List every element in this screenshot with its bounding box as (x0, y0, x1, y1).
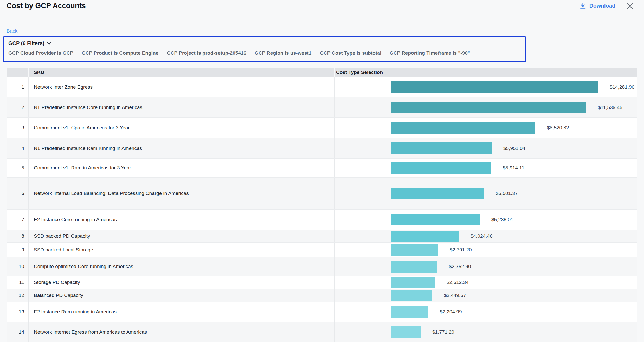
table-header-row: SKU Cost Type Selection (7, 68, 637, 77)
filter-condition[interactable]: GCP Project is prod-setup-205416 (167, 50, 246, 56)
row-number: 3 (7, 118, 29, 138)
bar-cell: $5,501.37 (335, 178, 637, 209)
row-number: 6 (7, 178, 29, 209)
cost-value-label: $8,520.82 (547, 125, 569, 131)
table-row[interactable]: 14Network Internet Egress from Americas … (7, 322, 637, 342)
bar-cell: $2,791.20 (335, 243, 637, 257)
bar-cell: $4,024.46 (335, 230, 637, 242)
filter-condition[interactable]: GCP Cloud Provider is GCP (8, 50, 73, 56)
filter-condition[interactable]: GCP Cost Type is subtotal (320, 50, 381, 56)
cost-table: SKU Cost Type Selection 1Network Inter Z… (7, 68, 637, 342)
cost-value-label: $2,204.99 (440, 309, 462, 315)
table-row[interactable]: 8SSD backed PD Capacity$4,024.46 (7, 230, 637, 243)
filter-panel: GCP (6 Filters) GCP Cloud Provider is GC… (3, 36, 526, 62)
bar-cell: $2,449.57 (335, 289, 637, 302)
table-body: 1Network Inter Zone Egress$14,281.962N1 … (7, 77, 637, 342)
table-row[interactable]: 12Balanced PD Capacity$2,449.57 (7, 289, 637, 302)
row-number: 12 (7, 289, 29, 302)
sku-cell: Storage PD Capacity (29, 276, 335, 289)
table-row[interactable]: 4N1 Predefined Instance Ram running in A… (7, 138, 637, 159)
bar-cell: $1,771.29 (335, 322, 637, 342)
table-row[interactable]: 10Compute optimized Core running in Amer… (7, 257, 637, 276)
row-number: 1 (7, 77, 29, 97)
row-number: 2 (7, 97, 29, 117)
sku-cell: N1 Predefined Instance Ram running in Am… (29, 138, 335, 158)
cost-bar[interactable] (391, 162, 491, 174)
cost-value-label: $14,281.96 (610, 84, 634, 90)
table-row[interactable]: 9SSD backed Local Storage$2,791.20 (7, 243, 637, 257)
cost-bar[interactable] (391, 102, 586, 113)
filter-condition[interactable]: GCP Region is us-west1 (255, 50, 311, 56)
cost-bar[interactable] (391, 231, 459, 242)
sku-cell: Compute optimized Core running in Americ… (29, 257, 335, 276)
bar-cell: $8,520.82 (335, 118, 637, 138)
sku-cell: Balanced PD Capacity (29, 289, 335, 302)
download-icon (580, 3, 586, 9)
table-row[interactable]: 7E2 Instance Core running in Americas$5,… (7, 210, 637, 230)
sku-cell: E2 Instance Ram running in Americas (29, 302, 335, 322)
bar-cell: $11,539.46 (335, 97, 637, 117)
back-link[interactable]: Back (7, 28, 17, 34)
table-row[interactable]: 2N1 Predefined Instance Core running in … (7, 97, 637, 118)
close-icon[interactable] (626, 2, 634, 10)
cost-value-label: $2,449.57 (444, 293, 466, 298)
table-row[interactable]: 13E2 Instance Ram running in Americas$2,… (7, 302, 637, 322)
cost-bar[interactable] (391, 81, 598, 93)
cost-by-gcp-accounts-panel: Cost by GCP Accounts Download Back GCP (… (0, 0, 644, 342)
cost-value-label: $1,771.29 (432, 329, 454, 335)
cost-value-label: $2,752.90 (449, 264, 471, 269)
sku-cell: Network Internal Load Balancing: Data Pr… (29, 178, 335, 209)
filter-summary-dropdown[interactable]: GCP (6 Filters) (8, 40, 51, 46)
row-number: 5 (7, 159, 29, 177)
sku-cell: N1 Predefined Instance Core running in A… (29, 97, 335, 117)
row-number: 13 (7, 302, 29, 322)
cost-bar[interactable] (391, 306, 428, 318)
sku-cell: Commitment v1: Ram in Americas for 3 Yea… (29, 159, 335, 177)
filter-list: GCP Cloud Provider is GCPGCP Product is … (8, 50, 525, 56)
cost-bar[interactable] (391, 244, 438, 256)
bar-cell: $5,914.11 (335, 159, 637, 177)
row-number-column-header (7, 68, 29, 77)
row-number: 9 (7, 243, 29, 257)
cost-bar[interactable] (391, 214, 480, 225)
sku-cell: E2 Instance Core running in Americas (29, 210, 335, 230)
download-label: Download (589, 3, 615, 9)
filter-condition[interactable]: GCP Product is Compute Engine (82, 50, 158, 56)
bar-cell: $2,752.90 (335, 257, 637, 276)
sku-column-header[interactable]: SKU (29, 68, 335, 77)
page-title: Cost by GCP Accounts (7, 2, 86, 10)
cost-bar[interactable] (391, 261, 437, 273)
cost-bar[interactable] (391, 122, 535, 134)
sku-cell: Commitment v1: Cpu in Americas for 3 Yea… (29, 118, 335, 138)
chevron-down-icon (47, 42, 51, 45)
sku-cell: Network Internet Egress from Americas to… (29, 322, 335, 342)
table-row[interactable]: 3Commitment v1: Cpu in Americas for 3 Ye… (7, 118, 637, 138)
download-button[interactable]: Download (580, 3, 615, 9)
table-row[interactable]: 1Network Inter Zone Egress$14,281.96 (7, 77, 637, 97)
cost-bar[interactable] (391, 188, 484, 199)
cost-bar[interactable] (391, 277, 435, 288)
sku-cell: Network Inter Zone Egress (29, 77, 335, 97)
table-row[interactable]: 5Commitment v1: Ram in Americas for 3 Ye… (7, 159, 637, 178)
row-number: 14 (7, 322, 29, 342)
cost-value-label: $5,501.37 (496, 191, 518, 196)
row-number: 4 (7, 138, 29, 158)
cost-value-label: $5,914.11 (503, 165, 524, 171)
cost-bar[interactable] (391, 142, 492, 154)
cost-value-label: $5,238.01 (491, 217, 513, 223)
table-row[interactable]: 11Storage PD Capacity$2,612.34 (7, 276, 637, 289)
cost-bar[interactable] (391, 290, 432, 301)
sku-cell: SSD backed Local Storage (29, 243, 335, 257)
bar-cell: $5,951.04 (335, 138, 637, 158)
cost-value-label: $2,612.34 (447, 280, 469, 285)
bar-cell: $2,612.34 (335, 276, 637, 289)
cost-type-selection-column-header[interactable]: Cost Type Selection (335, 68, 637, 77)
filter-condition[interactable]: GCP Reporting Timeframe is "-90" (390, 50, 470, 56)
bar-cell: $14,281.96 (335, 77, 637, 97)
cost-value-label: $11,539.46 (598, 105, 622, 110)
sku-cell: SSD backed PD Capacity (29, 230, 335, 242)
table-row[interactable]: 6Network Internal Load Balancing: Data P… (7, 178, 637, 210)
cost-bar[interactable] (391, 326, 421, 338)
bar-cell: $5,238.01 (335, 210, 637, 230)
cost-value-label: $5,951.04 (503, 145, 525, 151)
